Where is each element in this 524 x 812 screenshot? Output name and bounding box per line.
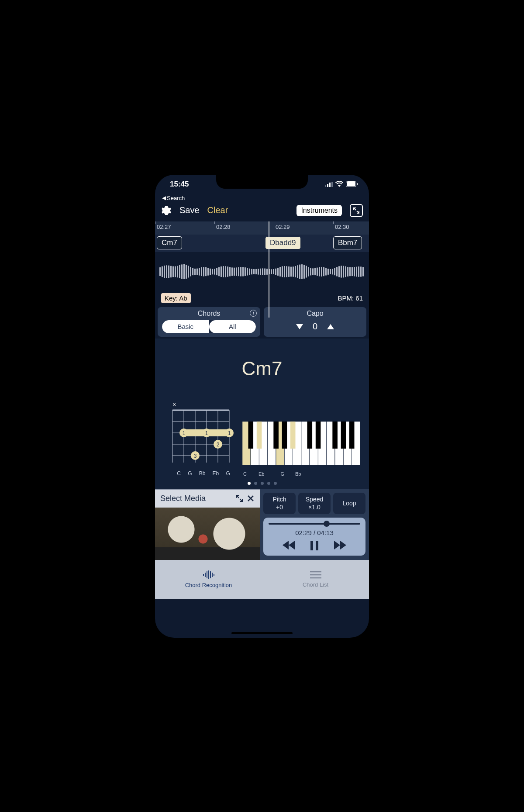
bpm-label: BPM: 61 xyxy=(338,294,363,302)
svg-rect-149 xyxy=(316,541,318,550)
transport-panel: Pitch+0 Speed×1.0 Loop 02:29 / 04:13 xyxy=(260,489,369,560)
svg-rect-30 xyxy=(210,268,211,274)
svg-rect-3 xyxy=(331,182,333,187)
waveform-svg xyxy=(159,259,365,285)
svg-rect-148 xyxy=(310,541,313,550)
svg-rect-100 xyxy=(362,267,364,276)
settings-button[interactable] xyxy=(161,205,172,216)
expand-button[interactable] xyxy=(350,204,363,217)
chords-basic-option[interactable]: Basic xyxy=(162,320,209,333)
status-icons xyxy=(325,181,358,187)
svg-rect-60 xyxy=(275,268,276,274)
timeline-ruler[interactable]: 02:27 02:28 02:29 02:30 xyxy=(155,221,369,235)
instruments-button[interactable]: Instruments xyxy=(296,205,342,216)
save-button[interactable]: Save xyxy=(179,205,200,215)
svg-rect-62 xyxy=(279,267,281,276)
svg-rect-98 xyxy=(358,266,359,277)
select-media-button[interactable]: Select Media xyxy=(160,494,206,503)
expand-icon xyxy=(353,207,360,214)
svg-rect-16 xyxy=(179,265,180,278)
svg-rect-32 xyxy=(214,269,215,274)
current-chord-name: Cm7 xyxy=(161,358,363,380)
forward-button[interactable] xyxy=(334,541,346,549)
chord-chip[interactable]: Bbm7 xyxy=(333,236,362,249)
svg-rect-96 xyxy=(354,267,355,276)
tab-chord-list[interactable]: Chord List xyxy=(262,560,369,599)
svg-rect-41 xyxy=(234,267,235,276)
svg-rect-13 xyxy=(172,266,174,277)
key-badge[interactable]: Key: Ab xyxy=(161,293,191,303)
guitar-note-labels: x C G Bb Eb G xyxy=(164,470,234,477)
svg-rect-146 xyxy=(341,422,346,449)
capo-down-button[interactable] xyxy=(296,324,303,329)
nav-back[interactable]: ◀ Search xyxy=(155,194,369,201)
svg-rect-59 xyxy=(273,269,274,274)
playhead[interactable] xyxy=(269,221,269,318)
info-icon[interactable]: i xyxy=(250,310,257,317)
svg-rect-50 xyxy=(253,269,255,274)
svg-rect-19 xyxy=(186,265,187,279)
svg-rect-11 xyxy=(168,265,169,278)
capo-value: 0 xyxy=(313,321,317,332)
svg-rect-73 xyxy=(303,265,305,279)
loop-button[interactable]: Loop xyxy=(333,493,365,515)
chords-all-option[interactable]: All xyxy=(209,320,256,333)
pause-button[interactable] xyxy=(310,541,318,550)
svg-rect-92 xyxy=(345,266,346,277)
piano-diagram[interactable]: C Eb G Bb xyxy=(242,422,360,477)
svg-rect-88 xyxy=(336,267,338,276)
svg-rect-141 xyxy=(282,422,287,449)
progress-slider[interactable] xyxy=(269,523,360,525)
guitar-diagram[interactable]: × 1 xyxy=(164,401,234,477)
svg-rect-83 xyxy=(325,268,327,275)
media-close-icon[interactable] xyxy=(247,494,255,502)
chord-chip[interactable]: Cm7 xyxy=(157,236,182,249)
slider-thumb[interactable] xyxy=(324,521,330,527)
svg-rect-8 xyxy=(162,266,163,276)
svg-rect-1 xyxy=(327,184,328,187)
svg-rect-68 xyxy=(293,266,294,276)
svg-rect-35 xyxy=(221,266,222,277)
chord-track[interactable]: Cm7 Dbadd9 Bbm7 xyxy=(155,235,369,252)
speed-button[interactable]: Speed×1.0 xyxy=(298,493,331,515)
capo-up-button[interactable] xyxy=(327,324,334,329)
svg-text:×: × xyxy=(172,401,176,408)
svg-rect-28 xyxy=(205,267,207,276)
rewind-button[interactable] xyxy=(283,541,295,549)
svg-rect-67 xyxy=(290,266,292,276)
chord-chip-active[interactable]: Dbadd9 xyxy=(265,236,301,249)
svg-rect-34 xyxy=(218,267,220,276)
media-expand-icon[interactable] xyxy=(235,494,243,502)
svg-rect-145 xyxy=(332,422,338,449)
svg-rect-142 xyxy=(290,422,296,449)
svg-rect-15 xyxy=(177,266,178,277)
svg-rect-6 xyxy=(357,183,358,185)
svg-rect-0 xyxy=(325,185,326,187)
svg-rect-72 xyxy=(301,264,303,279)
svg-rect-139 xyxy=(257,422,262,449)
home-indicator[interactable] xyxy=(231,632,293,634)
notch xyxy=(216,175,308,189)
svg-text:1: 1 xyxy=(205,430,208,436)
phone-frame: 15:45 ◀ Search Save Clear Instruments 02… xyxy=(155,175,369,638)
timeline-tick: 02:28 xyxy=(216,224,231,230)
svg-rect-95 xyxy=(352,267,353,276)
svg-rect-93 xyxy=(347,266,348,276)
cellular-icon xyxy=(325,182,333,187)
svg-rect-87 xyxy=(334,268,335,275)
status-time: 15:45 xyxy=(166,180,189,189)
page-dots[interactable] xyxy=(161,482,363,485)
waveform-icon xyxy=(202,570,215,579)
toolbar: Save Clear Instruments xyxy=(155,201,369,221)
svg-rect-25 xyxy=(199,268,200,275)
tab-chord-recognition[interactable]: Chord Recognition xyxy=(155,560,262,599)
media-thumbnail[interactable] xyxy=(155,508,260,560)
svg-rect-53 xyxy=(260,268,261,275)
svg-rect-37 xyxy=(225,266,226,277)
back-chevron-icon: ◀ xyxy=(162,195,166,201)
waveform[interactable] xyxy=(155,252,369,291)
pitch-button[interactable]: Pitch+0 xyxy=(263,493,296,515)
chords-segmented: Basic All xyxy=(162,320,256,333)
svg-rect-52 xyxy=(258,269,259,274)
clear-button[interactable]: Clear xyxy=(207,205,228,215)
